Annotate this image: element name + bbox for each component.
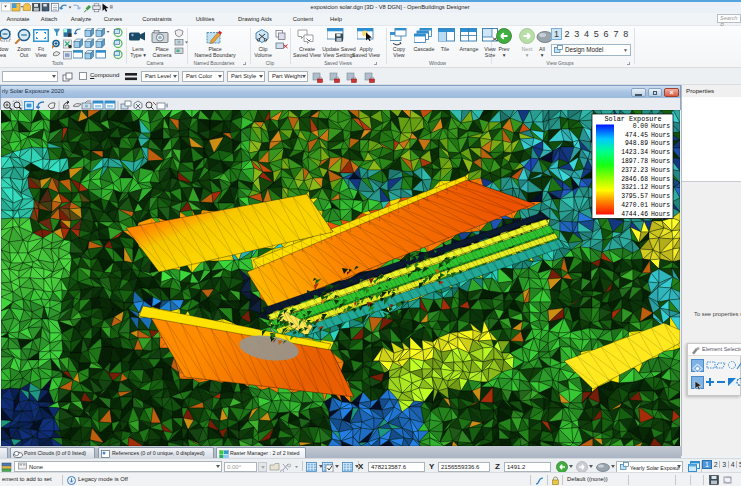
svg-text:Hours: Hours xyxy=(651,123,670,130)
svg-text:474.45: 474.45 xyxy=(625,132,648,139)
svg-text:4744.46: 4744.46 xyxy=(621,211,648,218)
svg-text:0.00: 0.00 xyxy=(633,123,649,130)
svg-text:Hours: Hours xyxy=(651,184,670,191)
svg-text:Hours: Hours xyxy=(651,202,670,209)
svg-text:Hours: Hours xyxy=(651,140,670,147)
svg-text:Hours: Hours xyxy=(651,167,670,174)
svg-text:1423.34: 1423.34 xyxy=(621,149,648,156)
svg-text:2846.68: 2846.68 xyxy=(621,176,648,183)
svg-text:Hours: Hours xyxy=(651,158,670,165)
svg-text:Hours: Hours xyxy=(651,176,670,183)
svg-text:948.89: 948.89 xyxy=(625,140,648,147)
svg-text:3321.12: 3321.12 xyxy=(621,184,648,191)
svg-text:3795.57: 3795.57 xyxy=(621,193,648,200)
svg-text:4270.01: 4270.01 xyxy=(621,202,648,209)
svg-text:Hours: Hours xyxy=(651,193,670,200)
svg-text:Hours: Hours xyxy=(651,211,670,218)
svg-text:Solar Exposure: Solar Exposure xyxy=(604,115,661,123)
svg-text:2372.23: 2372.23 xyxy=(621,167,648,174)
svg-text:1897.78: 1897.78 xyxy=(621,158,648,165)
svg-text:Hours: Hours xyxy=(651,149,670,156)
svg-text:Hours: Hours xyxy=(651,132,670,139)
